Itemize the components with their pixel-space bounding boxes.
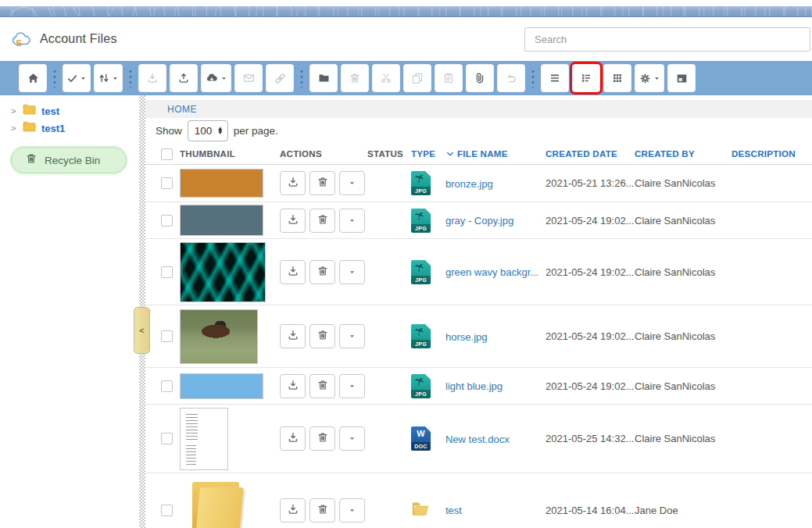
file-thumbnail[interactable] (180, 309, 258, 364)
home-icon (27, 72, 40, 85)
breadcrumb: HOME (145, 100, 812, 118)
row-checkbox[interactable] (161, 330, 173, 342)
column-header-created-by[interactable]: CREATED BY (635, 149, 732, 159)
page-size-input[interactable] (190, 125, 213, 137)
row-more-button[interactable] (339, 498, 365, 523)
row-delete-button[interactable] (309, 374, 335, 398)
row-download-button[interactable] (280, 426, 306, 451)
select-all-checkbox[interactable] (161, 148, 173, 160)
type-cell: JPG (411, 171, 445, 195)
preview-button[interactable] (667, 64, 696, 92)
row-more-button[interactable] (339, 374, 365, 398)
row-delete-button[interactable] (309, 171, 335, 195)
search-input[interactable] (524, 27, 810, 52)
sidebar-folder-test[interactable]: >test (0, 102, 139, 120)
cut-button[interactable] (372, 64, 400, 92)
row-download-button[interactable] (280, 260, 306, 284)
file-thumbnail[interactable] (180, 408, 228, 470)
row-download-button[interactable] (280, 209, 306, 233)
new-folder-button[interactable] (309, 64, 338, 92)
cloud-download-icon (205, 72, 219, 84)
row-more-button[interactable] (339, 324, 365, 348)
settings-button[interactable] (635, 64, 664, 92)
toolbar-separator (300, 69, 303, 87)
trash-icon (25, 152, 38, 168)
undo-button[interactable] (497, 64, 525, 92)
row-checkbox[interactable] (161, 266, 173, 278)
created-by-cell: Claire SanNicolas (635, 266, 732, 278)
row-delete-button[interactable] (309, 426, 335, 451)
row-delete-button[interactable] (309, 324, 335, 348)
row-more-button[interactable] (339, 209, 365, 233)
expand-chevron-icon[interactable]: > (11, 123, 17, 133)
file-name-link[interactable]: New test.docx (445, 433, 510, 445)
attach-button[interactable] (466, 64, 494, 92)
email-button[interactable] (234, 64, 263, 92)
column-header-type[interactable]: TYPE (411, 149, 445, 159)
row-more-button[interactable] (339, 426, 365, 451)
select-button[interactable] (63, 64, 91, 92)
delete-button[interactable] (341, 64, 369, 92)
table-row: JPGlight blue.jpg2021-05-24 19:02...Clai… (145, 368, 812, 405)
row-delete-button[interactable] (309, 209, 335, 233)
file-name-link[interactable]: light blue.jpg (445, 380, 503, 392)
home-button[interactable] (19, 64, 47, 92)
trash-icon (317, 329, 329, 344)
file-name-link[interactable]: horse.jpg (445, 331, 487, 343)
created-date-cell: 2021-05-24 19:02... (546, 266, 635, 278)
type-cell: JPG (411, 209, 445, 233)
envelope-icon (242, 72, 256, 84)
paste-button[interactable] (435, 64, 463, 92)
copy-button[interactable] (403, 64, 431, 92)
cloud-download-button[interactable] (201, 64, 231, 92)
page-size-down-icon[interactable]: ▼ (217, 131, 224, 134)
file-thumbnail[interactable] (180, 481, 254, 528)
column-header-created-date[interactable]: CREATED DATE (546, 149, 635, 159)
recycle-bin-button[interactable]: Recycle Bin (11, 147, 127, 173)
expand-chevron-icon[interactable]: > (11, 106, 17, 116)
row-delete-button[interactable] (309, 498, 335, 523)
file-thumbnail[interactable] (180, 242, 266, 302)
file-name-link[interactable]: gray - Copy.jpg (445, 215, 513, 227)
table-row: JPGgreen wavy backgr...2021-05-24 19:02.… (145, 239, 812, 305)
top-strip (0, 0, 812, 6)
row-more-button[interactable] (339, 260, 365, 284)
row-checkbox[interactable] (161, 380, 173, 392)
row-download-button[interactable] (280, 324, 306, 348)
row-checkbox[interactable] (161, 215, 173, 227)
detail-view-button[interactable] (572, 64, 600, 92)
jpg-file-icon: JPG (411, 374, 431, 398)
file-name-link[interactable]: test (445, 505, 462, 516)
page-size-stepper[interactable]: ▲ ▼ (188, 120, 228, 141)
column-header-description[interactable]: DESCRIPTION (732, 149, 812, 159)
file-thumbnail[interactable] (180, 169, 263, 198)
row-more-button[interactable] (339, 171, 365, 195)
row-download-button[interactable] (280, 374, 306, 398)
sidebar-collapse-handle[interactable]: < (134, 307, 150, 354)
file-thumbnail[interactable] (180, 373, 263, 399)
file-thumbnail[interactable] (180, 205, 263, 236)
link-button[interactable] (266, 64, 294, 92)
file-name-link[interactable]: bronze.jpg (445, 178, 493, 190)
toolbar-separator (53, 69, 56, 87)
folder-tree-sidebar: >test>test1 Recycle Bin (0, 95, 139, 528)
row-checkbox[interactable] (161, 177, 173, 189)
row-checkbox[interactable] (161, 433, 173, 444)
sort-icon (98, 72, 110, 84)
type-cell: JPG (411, 374, 445, 398)
sort-button[interactable] (94, 64, 123, 92)
caret-down-icon (349, 505, 356, 516)
list-view-button[interactable] (541, 64, 569, 92)
row-download-button[interactable] (280, 498, 306, 523)
row-checkbox[interactable] (161, 505, 173, 516)
breadcrumb-home-link[interactable]: HOME (167, 104, 197, 115)
upload-button[interactable] (170, 64, 198, 92)
row-delete-button[interactable] (309, 260, 335, 284)
sidebar-folder-test1[interactable]: >test1 (0, 120, 139, 137)
column-header-file-name[interactable]: FILE NAME (445, 149, 546, 159)
trash-icon (317, 265, 329, 280)
file-name-link[interactable]: green wavy backgr... (445, 266, 538, 278)
grid-view-button[interactable] (603, 64, 631, 92)
row-download-button[interactable] (280, 171, 306, 195)
download-button[interactable] (138, 64, 166, 92)
